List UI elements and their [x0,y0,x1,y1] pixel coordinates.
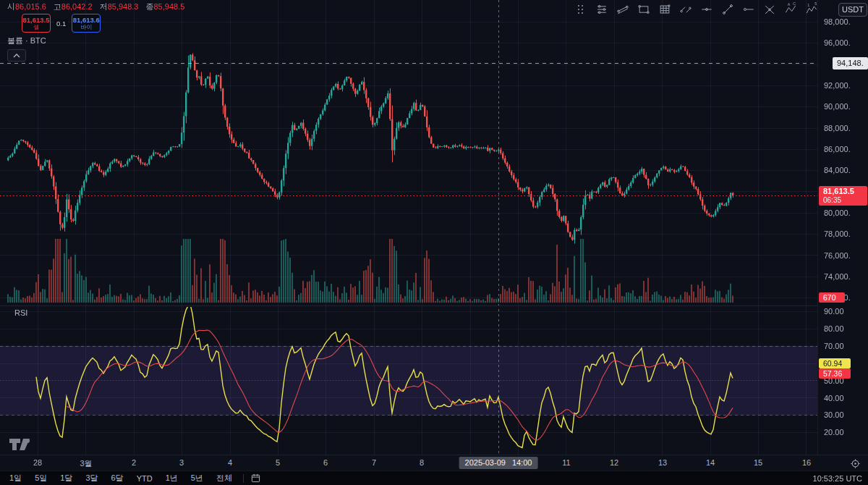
last-price-label: 81,613.5 06:35 [819,186,867,206]
gear-icon [850,458,861,469]
price-axis-tick: 74,000. [824,271,851,282]
volume-value-label: 670 [819,292,845,303]
spread-value: 0.1 [54,19,68,28]
time-axis-tick: 2 [132,458,136,467]
price-axis[interactable]: USDT 98,000.96,000.92,000.90,000.88,000.… [817,0,868,455]
trend-angle-icon[interactable] [718,1,737,17]
go-to-date-button[interactable] [248,473,263,483]
abc-pattern-icon[interactable]: AC [781,1,800,17]
range-button-5일[interactable]: 5일 [28,472,54,484]
range-button-5년[interactable]: 5년 [184,472,210,484]
crosshair-time-label: 2025-03-09 14:00 [459,457,538,469]
price-axis-tick: 88,000. [824,123,851,133]
time-axis[interactable]: 16151413121187654323월28 2025-03-09 14:00 [0,455,868,471]
price-axis-tick: 70.00 [824,341,844,351]
price-axis-tick: 98,000. [824,17,851,27]
buy-label: 바이 [80,24,92,30]
tradingview-logo[interactable] [9,437,35,453]
buy-button[interactable]: 81,613.6 바이 [72,14,101,33]
time-axis-tick: 28 [33,458,42,467]
price-axis-tick: 30.00 [824,410,844,420]
tradingview-chart-window: 시86,015.6고86,042.2저85,948.3종85,948.5 81,… [0,0,868,485]
cross-line-icon[interactable] [760,1,779,17]
price-axis-tick: 90.00 [824,306,844,316]
price-axis-tick: 96,000. [824,38,851,48]
horizontal-line-icon[interactable] [697,1,716,17]
time-axis-tick: 16 [802,458,811,467]
time-axis-tick: 11 [562,458,570,467]
price-axis-tick: 86,000. [824,144,851,154]
price-axis-tick: 92,000. [824,80,851,90]
rsi-ma-value-label: 57.36 [819,368,851,379]
price-axis-tick: 20.00 [824,427,844,437]
sell-price: 81,613.5 [23,16,50,24]
range-button-ytd[interactable]: YTD [130,473,159,484]
buy-price: 81,613.6 [73,16,100,24]
collapse-legend-button[interactable] [7,49,26,62]
price-axis-tick: 78,000. [824,229,851,239]
chevron-up-icon [12,53,21,59]
range-button-1달[interactable]: 1달 [54,472,79,484]
price-axis-tick: 90,000. [824,101,851,111]
price-chart-canvas[interactable] [0,0,817,455]
server-clock[interactable]: 10:53:25 UTC [813,474,862,483]
drag-handle-icon[interactable] [571,1,590,17]
time-axis-tick: 8 [420,458,424,467]
range-selector: 1일5일1달3달6달YTD1년5년전체 [3,472,239,484]
time-axis-tick: 4 [228,458,232,467]
sell-label: 셀 [33,24,39,30]
trend-line-icon[interactable] [592,1,611,17]
range-button-6달[interactable]: 6달 [105,472,130,484]
time-axis-tick: 7 [372,458,376,467]
currency-toggle-usdt[interactable]: USDT [838,3,867,17]
svg-text:5: 5 [814,2,817,6]
crosshair-price-label: 94,148. [833,57,868,69]
price-axis-tick: 80.00 [824,324,844,334]
rectangle-icon[interactable] [634,1,653,17]
time-axis-tick: 3월 [80,458,92,469]
price-axis-tick: 84,000. [824,165,851,175]
price-axis-tick: 40.00 [824,393,844,403]
time-axis-tick: 14 [706,458,715,467]
ohlc-item: 종85,948.5 [145,2,184,12]
calendar-icon [251,473,260,483]
rsi-indicator-label[interactable]: RSI [14,308,27,317]
ray-icon[interactable] [739,1,758,17]
volume-indicator-label[interactable]: 볼륨 · BTC [7,35,46,46]
fib-retracement-icon[interactable] [655,1,674,17]
sell-button[interactable]: 81,613.5 셀 [22,14,51,33]
range-button-전체[interactable]: 전체 [210,472,239,484]
svg-text:C: C [793,2,796,6]
ohlc-item: 저85,948.3 [100,2,139,12]
time-axis-tick: 6 [323,458,328,467]
pitchfork-icon[interactable] [613,1,632,17]
svg-text:A: A [788,2,791,7]
time-axis-tick: 12 [610,458,618,467]
range-button-1일[interactable]: 1일 [3,472,28,484]
ohlc-item: 시86,015.6 [7,2,46,12]
rsi-value-label: 60.94 [819,358,851,368]
price-axis-tick: 76,000. [824,250,851,261]
ohlc-item: 고86,042.2 [54,2,93,12]
crosshair-date: 2025-03-09 [465,457,506,468]
last-price-value: 81,613.5 [823,187,867,196]
price-axis-tick: 80,000. [824,208,851,218]
tradingview-logo-icon [9,437,33,452]
parallel-channel-icon[interactable] [676,1,695,17]
bar-countdown: 06:35 [823,196,867,205]
time-axis-tick: 13 [658,458,667,467]
time-axis-tick: 15 [754,458,762,467]
ohlc-legend: 시86,015.6고86,042.2저85,948.3종85,948.5 [7,2,184,12]
range-button-1년[interactable]: 1년 [159,472,184,484]
time-axis-tick: 5 [276,458,280,467]
axis-settings-button[interactable] [848,457,862,470]
time-axis-tick: 3 [179,458,184,467]
crosshair-time: 14:00 [512,457,532,468]
drawing-toolbar: AC15 [571,1,821,17]
svg-text:1: 1 [807,3,809,7]
status-bar: 1일5일1달3달6달YTD1년5년전체 10:53:25 UTC [0,471,868,485]
divider [243,474,244,483]
order-panel: 81,613.5 셀 0.1 81,613.6 바이 [22,14,101,33]
range-button-3달[interactable]: 3달 [79,472,104,484]
